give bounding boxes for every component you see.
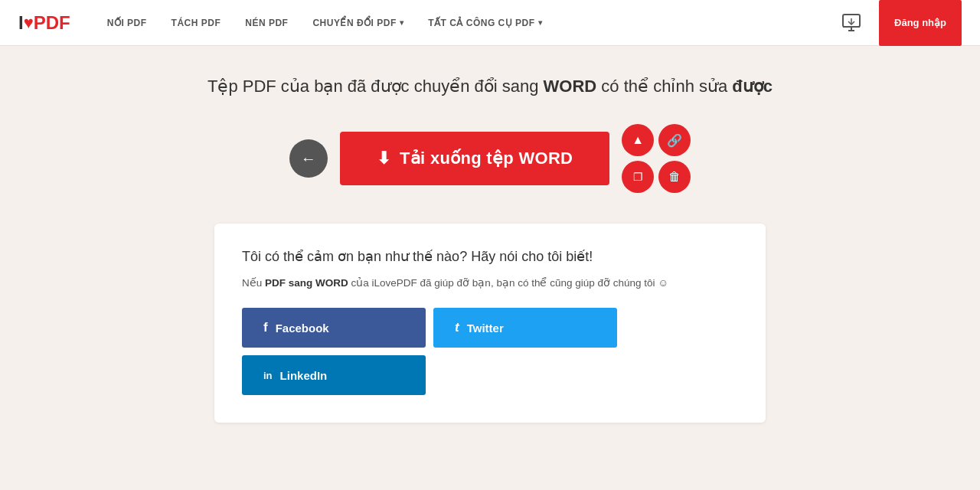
top-icon-row: ▲ 🔗 (622, 124, 691, 156)
main-nav: NỐI PDF TÁCH PDF NÉN PDF CHUYỂN ĐỔI PDF … (95, 0, 836, 46)
header-right: Đăng nhập (836, 0, 962, 46)
logo-heart: ♥ (24, 13, 34, 33)
twitter-share-button[interactable]: t Twitter (433, 308, 617, 348)
nav-nen-pdf[interactable]: NÉN PDF (233, 0, 300, 46)
download-icon: ⬇ (377, 149, 390, 168)
dropbox-button[interactable]: ❐ (622, 161, 654, 193)
copy-link-button[interactable]: 🔗 (658, 124, 691, 156)
linkedin-share-button[interactable]: in LinkedIn (242, 355, 426, 395)
chevron-down-icon: ▾ (400, 18, 404, 27)
delete-button[interactable]: 🗑 (658, 161, 691, 193)
nav-tat-ca-cong-cu[interactable]: TẤT CẢ CÔNG CỤ PDF ▾ (416, 0, 554, 46)
desktop-download-icon[interactable] (836, 8, 867, 38)
action-row: ← ⬇ Tải xuống tệp WORD ▲ 🔗 ❐ 🗑 (289, 124, 691, 193)
chevron-down-icon: ▾ (538, 18, 543, 27)
feedback-card: Tôi có thể cảm ơn bạn như thế nào? Hãy n… (214, 224, 766, 423)
linkedin-icon: in (263, 370, 273, 381)
pdf-to-word-bold: PDF sang WORD (265, 277, 348, 289)
side-icons: ▲ 🔗 ❐ 🗑 (622, 124, 691, 193)
feedback-description: Nếu PDF sang WORD của iLovePDF đã giúp đ… (242, 276, 738, 291)
header: I ♥ PDF NỐI PDF TÁCH PDF NÉN PDF CHUYỂN … (0, 0, 980, 46)
trash-icon: 🗑 (668, 170, 681, 184)
social-buttons: f Facebook t Twitter in LinkedIn (242, 308, 738, 395)
link-icon: 🔗 (667, 133, 682, 148)
nav-tach-pdf[interactable]: TÁCH PDF (159, 0, 234, 46)
upload-icon: ▲ (632, 133, 644, 147)
success-title: Tệp PDF của bạn đã được chuyển đổi sang … (207, 77, 773, 96)
back-button[interactable]: ← (289, 139, 328, 178)
logo[interactable]: I ♥ PDF (18, 12, 70, 34)
login-button[interactable]: Đăng nhập (879, 0, 962, 46)
dropbox-icon: ❐ (633, 171, 643, 183)
logo-i: I (18, 12, 24, 34)
facebook-icon: f (263, 320, 268, 335)
feedback-title: Tôi có thể cảm ơn bạn như thế nào? Hãy n… (242, 248, 738, 265)
download-word-button[interactable]: ⬇ Tải xuống tệp WORD (340, 132, 610, 185)
facebook-share-button[interactable]: f Facebook (242, 308, 426, 348)
upload-cloud-button[interactable]: ▲ (622, 124, 654, 156)
twitter-icon: t (455, 320, 459, 335)
nav-noi-pdf[interactable]: NỐI PDF (95, 0, 159, 46)
logo-pdf: PDF (34, 12, 70, 34)
main-content: Tệp PDF của bạn đã được chuyển đổi sang … (0, 46, 980, 446)
bottom-icon-row: ❐ 🗑 (622, 161, 691, 193)
nav-chuyen-doi-pdf[interactable]: CHUYỂN ĐỔI PDF ▾ (300, 0, 416, 46)
back-arrow-icon: ← (301, 150, 316, 168)
